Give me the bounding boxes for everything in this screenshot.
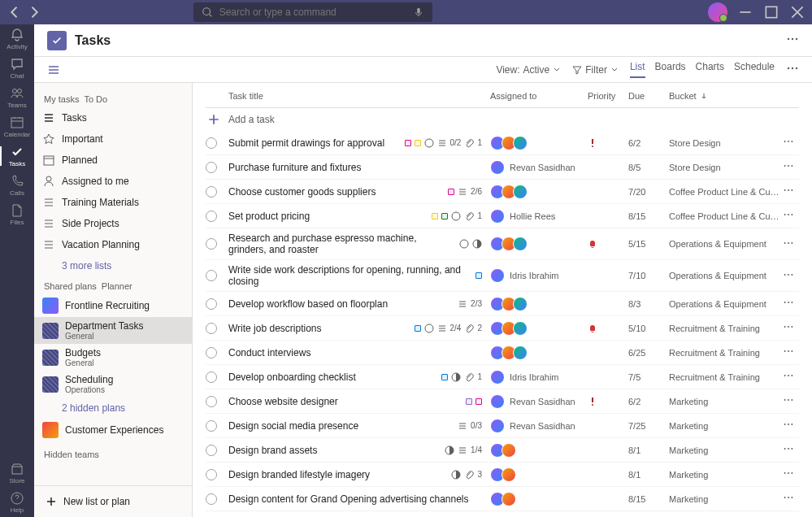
maximize-button[interactable] xyxy=(763,4,779,20)
due-cell: 7/5 xyxy=(628,372,669,382)
sidebar-list-training-materials[interactable]: Training Materials xyxy=(34,192,192,213)
task-row[interactable]: Set product pricing1Hollie Rees8/15Coffe… xyxy=(206,204,799,228)
tab-boards[interactable]: Boards xyxy=(655,61,686,78)
row-more-icon[interactable] xyxy=(783,419,799,432)
sidebar-list-important[interactable]: Important xyxy=(34,128,192,150)
col-priority[interactable]: Priority xyxy=(588,91,628,101)
sidebar-list-vacation-planning[interactable]: Vacation Planning xyxy=(34,234,192,255)
task-row[interactable]: Develop workflow based on floorplan2/38/… xyxy=(206,292,799,316)
task-row[interactable]: Develop onboarding checklist1Idris Ibrah… xyxy=(206,365,799,389)
close-button[interactable] xyxy=(789,4,805,20)
label-tag xyxy=(441,374,448,380)
header-more-icon[interactable] xyxy=(786,33,799,49)
mic-icon[interactable] xyxy=(413,7,424,18)
complete-radio[interactable] xyxy=(206,420,217,432)
row-more-icon[interactable] xyxy=(783,443,799,457)
tab-schedule[interactable]: Schedule xyxy=(734,61,775,78)
rail-calendar[interactable]: Calendar xyxy=(0,112,34,141)
user-avatar[interactable] xyxy=(708,2,727,22)
rail-teams[interactable]: Teams xyxy=(0,83,34,112)
task-row[interactable]: Submit permit drawings for approval0/216… xyxy=(206,131,799,155)
customer-experiences[interactable]: Customer Experiences xyxy=(34,419,192,441)
row-more-icon[interactable] xyxy=(783,467,799,481)
nav-back[interactable] xyxy=(7,4,23,20)
menu-icon[interactable] xyxy=(47,63,60,76)
task-row[interactable]: Write side work descriptions for opening… xyxy=(206,260,799,292)
hidden-plans-link[interactable]: 2 hidden plans xyxy=(34,398,192,419)
row-more-icon[interactable] xyxy=(783,492,799,506)
sidebar-list-tasks[interactable]: Tasks xyxy=(34,107,192,128)
complete-radio[interactable] xyxy=(206,396,217,407)
row-more-icon[interactable] xyxy=(783,185,799,198)
sidebar-list-assigned-to-me[interactable]: Assigned to me xyxy=(34,171,192,192)
row-more-icon[interactable] xyxy=(783,237,799,251)
new-list-button[interactable]: New list or plan xyxy=(34,485,192,517)
sidebar-plan-scheduling[interactable]: SchedulingOperations xyxy=(34,371,192,398)
filter-dropdown[interactable]: Filter xyxy=(572,64,619,76)
task-row[interactable]: Design content for Grand Opening adverti… xyxy=(206,487,799,511)
col-assigned[interactable]: Assigned to xyxy=(490,91,588,101)
row-more-icon[interactable] xyxy=(783,394,799,408)
add-task-row[interactable]: Add a task xyxy=(206,108,799,131)
task-row[interactable]: Write job descriptions2/425/10Recruitmen… xyxy=(206,316,799,341)
task-row[interactable]: Design brand assets1/48/1Marketing xyxy=(206,438,799,463)
task-row[interactable]: Design social media presence0/3Revan Sas… xyxy=(206,414,799,438)
task-row[interactable]: Design branded lifestyle imagery38/1Mark… xyxy=(206,463,799,487)
toolbar-more-icon[interactable] xyxy=(786,62,799,77)
row-more-icon[interactable] xyxy=(783,160,799,174)
complete-radio[interactable] xyxy=(206,445,217,456)
minimize-button[interactable] xyxy=(737,4,753,20)
new-list-label: New list or plan xyxy=(63,496,130,507)
row-more-icon[interactable] xyxy=(783,370,799,384)
more-lists-link[interactable]: 3 more lists xyxy=(34,255,192,276)
complete-radio[interactable] xyxy=(206,371,217,383)
complete-radio[interactable] xyxy=(206,211,217,222)
task-row[interactable]: Choose website designerRevan Sasidhan6/2… xyxy=(206,389,799,414)
rail-help[interactable]: Help xyxy=(0,488,34,517)
col-title[interactable]: Task title xyxy=(228,91,490,101)
complete-radio[interactable] xyxy=(206,162,217,173)
sidebar-list-planned[interactable]: Planned xyxy=(34,150,192,171)
rail-activity[interactable]: Activity xyxy=(0,24,34,54)
complete-radio[interactable] xyxy=(206,186,217,198)
assigned-cell: Revan Sasidhan xyxy=(490,394,588,409)
tab-charts[interactable]: Charts xyxy=(696,61,724,78)
complete-radio[interactable] xyxy=(206,298,217,310)
complete-radio[interactable] xyxy=(206,270,217,281)
complete-radio[interactable] xyxy=(206,347,217,358)
rail-tasks[interactable]: Tasks xyxy=(0,141,34,171)
row-more-icon[interactable] xyxy=(783,297,799,311)
search-box[interactable] xyxy=(193,2,432,22)
row-more-icon[interactable] xyxy=(783,345,799,359)
complete-radio[interactable] xyxy=(206,469,217,480)
row-more-icon[interactable] xyxy=(783,136,799,150)
row-more-icon[interactable] xyxy=(783,209,799,223)
task-row[interactable]: Purchase furniture and fixturesRevan Sas… xyxy=(206,155,799,180)
complete-radio[interactable] xyxy=(206,323,217,334)
col-due[interactable]: Due xyxy=(628,91,669,101)
view-dropdown[interactable]: View: Active xyxy=(496,64,561,76)
sidebar-list-side-projects[interactable]: Side Projects xyxy=(34,213,192,234)
task-row[interactable]: Conduct interviews6/25Recruitment & Trai… xyxy=(206,341,799,365)
rail-chat[interactable]: Chat xyxy=(0,54,34,83)
search-input[interactable] xyxy=(219,7,413,18)
complete-radio[interactable] xyxy=(206,493,217,505)
nav-forward[interactable] xyxy=(26,4,42,20)
sidebar-plan-department-tasks[interactable]: Department TasksGeneral xyxy=(34,317,192,344)
label-tag xyxy=(415,140,421,146)
task-row[interactable]: Choose customer goods suppliers2/67/20Co… xyxy=(206,180,799,204)
hidden-teams-link[interactable]: Hidden teams xyxy=(34,441,192,467)
sidebar-plan-budgets[interactable]: BudgetsGeneral xyxy=(34,344,192,371)
row-more-icon[interactable] xyxy=(783,269,799,283)
sidebar-plan-frontline-recruiting[interactable]: Frontline Recruiting xyxy=(34,294,192,317)
rail-files[interactable]: Files xyxy=(0,200,34,229)
store-icon xyxy=(10,462,24,476)
col-bucket[interactable]: Bucket xyxy=(669,91,783,101)
rail-store[interactable]: Store xyxy=(0,458,34,488)
tab-list[interactable]: List xyxy=(630,61,645,78)
complete-radio[interactable] xyxy=(206,137,217,149)
complete-radio[interactable] xyxy=(206,238,217,250)
rail-calls[interactable]: Calls xyxy=(0,171,34,200)
row-more-icon[interactable] xyxy=(783,321,799,335)
task-row[interactable]: Research and purchase espresso machine, … xyxy=(206,228,799,260)
